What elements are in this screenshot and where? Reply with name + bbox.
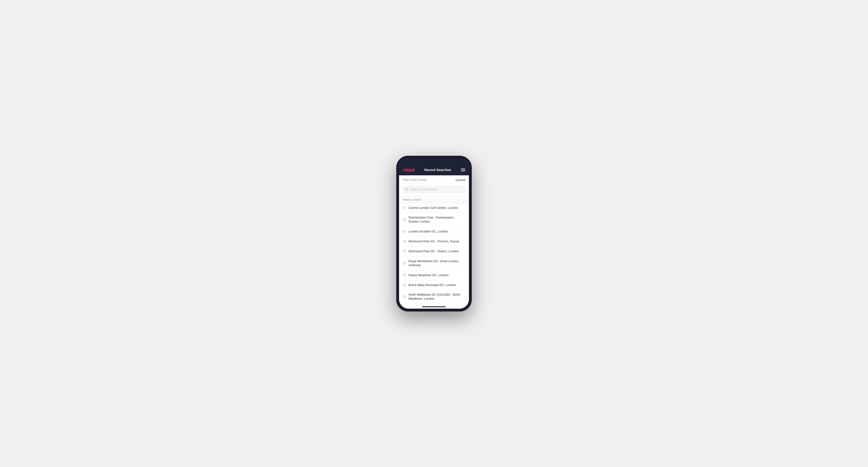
course-list-item[interactable]: Richmond Park GC - Prince's, Surrey bbox=[399, 237, 469, 247]
phone-notch bbox=[399, 159, 469, 166]
home-bar bbox=[422, 306, 446, 307]
find-label: Find a Golf Course bbox=[403, 178, 427, 182]
svg-point-6 bbox=[404, 251, 405, 252]
pin-icon bbox=[403, 250, 406, 253]
find-header: Find a Golf Course Cancel bbox=[399, 175, 469, 184]
course-list-item[interactable]: Brent Valley Municipal GC, London bbox=[399, 280, 469, 290]
svg-point-9 bbox=[404, 284, 405, 285]
course-name: Dukes Meadows GC, London bbox=[408, 273, 448, 277]
course-name: Richmond Park GC - Duke's, London bbox=[408, 249, 459, 253]
course-name: Roehampton Club - Roehampton, Greater Lo… bbox=[408, 216, 465, 224]
phone-screen: clippd Recent Searches Find a Golf Cours… bbox=[399, 159, 469, 309]
app-logo: clippd bbox=[403, 167, 415, 173]
svg-point-8 bbox=[404, 275, 405, 275]
phone-device: clippd Recent Searches Find a Golf Cours… bbox=[396, 156, 472, 311]
course-list-item[interactable]: North Middlesex GC (1011942 - North Midd… bbox=[399, 290, 469, 304]
cancel-button[interactable]: Cancel bbox=[456, 178, 465, 182]
nearby-courses-header: Nearby courses bbox=[399, 195, 469, 203]
course-list-item[interactable]: Roehampton Club - Roehampton, Greater Lo… bbox=[399, 213, 469, 227]
search-box bbox=[402, 186, 466, 193]
pin-icon bbox=[403, 274, 406, 277]
search-input[interactable] bbox=[410, 188, 463, 191]
course-name: Royal Wimbledon GC, Great London Authori… bbox=[408, 259, 465, 268]
search-container bbox=[399, 184, 469, 195]
home-indicator bbox=[399, 304, 469, 309]
course-name: North Middlesex GC (1011942 - North Midd… bbox=[408, 293, 465, 301]
app-title: Recent Searches bbox=[425, 168, 451, 172]
svg-point-7 bbox=[404, 262, 405, 263]
pin-icon bbox=[403, 262, 406, 265]
hamburger-line-3 bbox=[461, 171, 465, 171]
course-list-item[interactable]: Central London Golf Centre, London bbox=[399, 203, 469, 213]
app-header: clippd Recent Searches bbox=[399, 166, 469, 175]
app-content: Find a Golf Course Cancel Nearby courses bbox=[399, 175, 469, 304]
course-list-item[interactable]: Royal Wimbledon GC, Great London Authori… bbox=[399, 256, 469, 271]
pin-icon bbox=[403, 218, 406, 221]
pin-icon bbox=[403, 230, 406, 234]
svg-point-10 bbox=[404, 296, 405, 297]
hamburger-menu-button[interactable] bbox=[461, 168, 465, 171]
course-list-item[interactable]: Richmond Park GC - Duke's, London bbox=[399, 247, 469, 256]
course-name: London Scottish GC, London bbox=[408, 229, 448, 234]
pin-icon bbox=[403, 240, 406, 243]
course-list-item[interactable]: London Scottish GC, London bbox=[399, 227, 469, 237]
course-name: Central London Golf Centre, London bbox=[408, 206, 458, 210]
pin-icon bbox=[403, 283, 406, 287]
svg-point-2 bbox=[404, 207, 405, 208]
nearby-label: Nearby courses bbox=[403, 198, 421, 201]
pin-icon bbox=[403, 206, 406, 210]
course-list: Central London Golf Centre, LondonRoeham… bbox=[399, 203, 469, 304]
hamburger-line-1 bbox=[461, 168, 465, 169]
svg-point-3 bbox=[404, 219, 405, 220]
hamburger-line-2 bbox=[461, 170, 465, 170]
pin-icon bbox=[403, 295, 406, 299]
course-list-item[interactable]: Dukes Meadows GC, London bbox=[399, 271, 469, 280]
course-name: Richmond Park GC - Prince's, Surrey bbox=[408, 240, 459, 244]
svg-point-5 bbox=[404, 241, 405, 242]
svg-line-1 bbox=[407, 190, 408, 191]
search-icon bbox=[405, 188, 408, 191]
course-name: Brent Valley Municipal GC, London bbox=[408, 283, 456, 287]
svg-point-4 bbox=[404, 231, 405, 232]
